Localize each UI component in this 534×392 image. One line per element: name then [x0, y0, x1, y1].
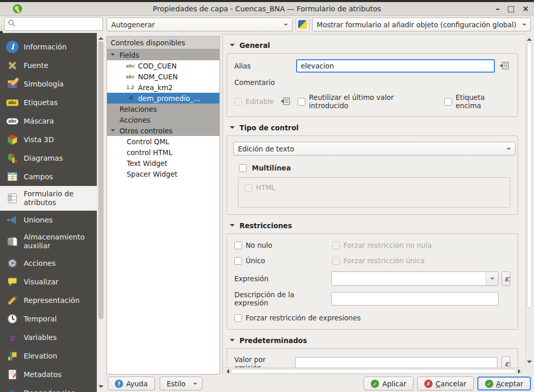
sidebar-item-campos[interactable]: Campos	[0, 167, 97, 186]
sidebar-item-acciones[interactable]: Acciones	[0, 254, 97, 272]
sidebar-item-fuente[interactable]: Fuente	[0, 56, 97, 75]
python-icon	[298, 20, 307, 29]
sidebar-item-metadatos[interactable]: Metadatos	[0, 365, 97, 384]
tree-widget-spacer-widget[interactable]: Spacer Widget	[107, 168, 219, 179]
enforce-expression-checkbox[interactable]	[234, 314, 242, 322]
close-button[interactable]: ×	[522, 5, 529, 13]
tree-category-acciones[interactable]: Acciones	[107, 114, 219, 125]
sidebar-scrollbar	[97, 33, 105, 392]
general-group: Alias Comentario Editable Re	[227, 53, 518, 117]
auxiliary-storage-icon	[6, 235, 19, 248]
apply-button[interactable]: Aplicar	[364, 377, 414, 390]
labels-icon	[6, 96, 19, 109]
chevron-down-icon	[193, 383, 197, 387]
expand-arrow-icon[interactable]	[111, 54, 115, 58]
variables-icon	[6, 331, 19, 344]
metadata-icon	[6, 368, 19, 381]
dependencies-icon	[6, 387, 19, 392]
html-checkbox[interactable]	[245, 184, 252, 192]
tree-field-dem-promedio[interactable]: dem_promedio_…	[107, 93, 219, 104]
style-menu-button[interactable]: Estilo	[160, 377, 203, 390]
sidebar-scrollbar-thumb[interactable]	[98, 41, 104, 319]
vertical-scrollbar-thumb[interactable]	[527, 42, 532, 308]
form-layout-select[interactable]: Autogenerar	[107, 18, 292, 31]
sidebar-item-elevation[interactable]: Elevation	[0, 347, 97, 365]
ok-check-icon	[485, 380, 493, 388]
unique-checkbox[interactable]	[234, 257, 242, 265]
search-input[interactable]	[18, 19, 109, 30]
show-form-on-add-select[interactable]: Mostrar formulario al añadir objeto (con…	[312, 18, 531, 31]
reuse-last-value-checkbox[interactable]	[298, 98, 305, 106]
title-bar: Propiedades de capa - Cuencas_BNA — Form…	[0, 2, 534, 16]
sidebar-item-visualizar[interactable]: Visualizar	[0, 272, 97, 291]
joins-icon	[6, 214, 19, 226]
enforce-unique-checkbox[interactable]	[332, 257, 340, 265]
scroll-left-icon[interactable]	[224, 369, 229, 374]
data-defined-override-icon[interactable]	[280, 97, 291, 107]
sidebar-item-simbologia[interactable]: Simbología	[0, 75, 97, 93]
chevron-down-icon	[522, 24, 526, 28]
help-button[interactable]: Ayuda	[108, 377, 155, 390]
scroll-down-icon[interactable]	[98, 385, 104, 390]
expand-arrow-icon[interactable]	[111, 129, 115, 133]
available-widgets-header: Controles disponibles	[107, 37, 219, 49]
tree-widget-control-qml[interactable]: Control QML	[107, 136, 219, 147]
scroll-up-icon[interactable]	[98, 35, 104, 40]
enforce-not-null-checkbox[interactable]	[332, 242, 340, 249]
maximize-button[interactable]: □	[507, 5, 514, 13]
scroll-right-icon[interactable]	[518, 369, 523, 374]
not-null-checkbox[interactable]	[234, 242, 242, 249]
tree-field-area-km2[interactable]: 1.2 Area_km2	[107, 82, 219, 93]
available-widgets-panel: Controles disponibles Fields abc COD_CUE…	[107, 36, 220, 374]
alias-input[interactable]	[296, 59, 495, 73]
horizontal-scrollbar-thumb[interactable]	[231, 369, 516, 374]
sidebar-item-variables[interactable]: Variables	[0, 328, 97, 347]
horizontal-scrollbar	[223, 367, 524, 374]
expression-combo[interactable]	[331, 271, 498, 286]
section-header-constraints[interactable]: Restricciones	[227, 221, 518, 230]
widget-type-select[interactable]: Edición de texto	[233, 142, 515, 156]
section-header-general[interactable]: General	[227, 41, 518, 49]
label-on-top-checkbox[interactable]	[444, 98, 452, 106]
tree-category-fields[interactable]: Fields	[107, 49, 219, 60]
expression-builder-button[interactable]: ε	[502, 271, 510, 286]
sidebar-item-uniones[interactable]: Uniones	[0, 211, 97, 229]
multiline-checkbox[interactable]	[239, 164, 247, 172]
rendering-icon	[6, 294, 19, 306]
editable-checkbox[interactable]	[234, 98, 242, 106]
tree-category-otros-controles[interactable]: Otros controles	[107, 125, 219, 136]
tree-category-relaciones[interactable]: Relaciones	[107, 104, 219, 114]
info-icon	[6, 41, 19, 53]
expression-description-input[interactable]	[331, 292, 498, 305]
sidebar-item-dependencias[interactable]: Dependencias	[0, 384, 97, 392]
section-header-defaults[interactable]: Predeterminados	[227, 336, 518, 345]
tree-field-cod-cuen[interactable]: abc COD_CUEN	[107, 60, 219, 71]
elevation-icon	[6, 350, 19, 362]
3d-view-icon	[6, 133, 19, 146]
cancel-button[interactable]: Cancelar	[417, 377, 474, 390]
section-header-widget-type[interactable]: Tipo de control	[227, 124, 518, 132]
scroll-up-icon[interactable]	[527, 36, 532, 41]
search-icon	[8, 19, 16, 29]
python-init-function-button[interactable]	[296, 18, 309, 31]
sidebar-item-vista-3d[interactable]: Vista 3D	[0, 130, 97, 149]
constraints-group: No nulo Forzar restricción no nula Único…	[227, 233, 518, 330]
sidebar-item-diagramas[interactable]: Diagramas	[0, 149, 97, 167]
minimize-button[interactable]: –	[496, 5, 500, 13]
ok-button[interactable]: Aceptar	[477, 377, 531, 390]
data-defined-override-icon[interactable]	[499, 61, 510, 71]
sidebar-item-temporal[interactable]: Temporal	[0, 310, 97, 328]
sidebar-item-formulario-de-atributos[interactable]: Formulario de atributos	[0, 186, 97, 211]
tree-field-nom-cuen[interactable]: abc NOM_CUEN	[107, 71, 219, 82]
scroll-down-icon[interactable]	[527, 361, 532, 366]
sidebar-item-almacenamiento-auxiliar[interactable]: Almacenamiento auxiliar	[0, 229, 97, 254]
tree-widget-text-widget[interactable]: Text Widget	[107, 158, 219, 168]
widget-type-group: Edición de texto Multilínea HTML	[227, 135, 518, 215]
sidebar-item-informacion[interactable]: Información	[0, 38, 97, 56]
sidebar-item-mascara[interactable]: Máscara	[0, 112, 97, 130]
chevron-down-icon[interactable]	[486, 272, 498, 285]
diagrams-icon	[6, 152, 19, 164]
sidebar-item-representacion[interactable]: Representación	[0, 291, 97, 310]
sidebar-item-etiquetas[interactable]: Etiquetas	[0, 93, 97, 112]
tree-widget-control-html[interactable]: control HTML	[107, 147, 219, 158]
